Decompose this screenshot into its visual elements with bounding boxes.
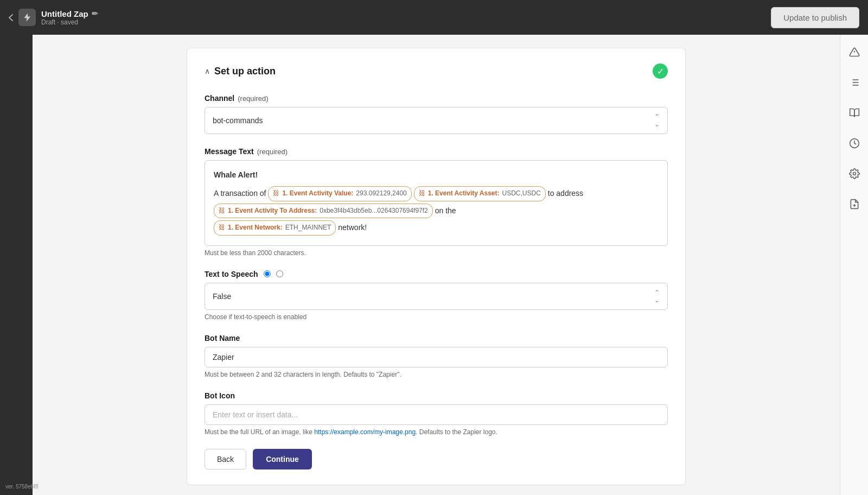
- list-icon[interactable]: [846, 74, 863, 91]
- bot-icon-label: Bot Icon: [205, 391, 668, 400]
- message-line-1: A transaction of ⛓ 1. Event Activity Val…: [214, 186, 659, 201]
- update-publish-button[interactable]: Update to publish: [771, 7, 859, 28]
- channel-label: Channel (required): [205, 94, 668, 103]
- text-to-speech-field-group: Text to Speech False ⌃⌄ Choose if text-t: [205, 270, 668, 321]
- bot-name-label: Bot Name: [205, 334, 668, 342]
- tts-hint: Choose if text-to-speech is enabled: [205, 313, 668, 321]
- warning-icon[interactable]: [846, 43, 863, 61]
- channel-select[interactable]: bot-commands ⌃⌄: [205, 107, 668, 134]
- back-button[interactable]: [9, 14, 13, 21]
- book-icon[interactable]: [846, 104, 863, 122]
- bot-name-field-group: Bot Name Must be between 2 and 32 charac…: [205, 334, 668, 378]
- message-line-3: ⛓ 1. Event Network: ETH_MAINNET network!: [214, 220, 659, 236]
- setup-action-card: ∧ Set up action ✓ Channel (required) bot…: [187, 48, 686, 485]
- zap-name-text: Untitled Zap: [41, 9, 88, 18]
- bottom-buttons: Back Continue: [205, 449, 668, 469]
- top-navigation: Untitled Zap ✏ Draft · saved Update to p…: [0, 0, 868, 35]
- center-content: ∧ Set up action ✓ Channel (required) bot…: [33, 35, 840, 495]
- edit-zap-name-icon[interactable]: ✏: [92, 9, 98, 18]
- settings-icon[interactable]: [846, 165, 863, 182]
- zap-icon: [18, 9, 36, 26]
- pill-network[interactable]: ⛓ 1. Event Network: ETH_MAINNET: [214, 220, 336, 236]
- back-button-bottom[interactable]: Back: [205, 449, 246, 469]
- tts-select-arrows: ⌃⌄: [654, 289, 660, 304]
- tts-radio-group: [264, 270, 283, 277]
- bot-icon-field-group: Bot Icon Must be the full URL of an imag…: [205, 391, 668, 436]
- right-sidebar: [840, 35, 868, 495]
- pill-activity-value[interactable]: ⛓ 1. Event Activity Value: 293.092129,24…: [268, 186, 411, 201]
- bot-name-hint: Must be between 2 and 32 characters in l…: [205, 371, 668, 378]
- bot-icon-input[interactable]: [205, 404, 668, 425]
- completion-check: ✓: [653, 64, 668, 79]
- bot-icon-hint-link[interactable]: https://example.com/my-image.png: [314, 428, 416, 436]
- continue-button[interactable]: Continue: [253, 449, 312, 469]
- section-title-row: ∧ Set up action: [205, 66, 276, 77]
- tts-radio-yes[interactable]: [264, 270, 271, 277]
- pill-activity-asset[interactable]: ⛓ 1. Event Activity Asset: USDC,USDC: [414, 186, 546, 201]
- message-text-field-group: Message Text (required) Whale Alert! A t…: [205, 147, 668, 257]
- pill-to-address[interactable]: ⛓ 1. Event Activity To Address: 0xbe3f4b…: [214, 204, 433, 219]
- message-text-box[interactable]: Whale Alert! A transaction of ⛓ 1. Event…: [205, 160, 668, 246]
- zap-title: Untitled Zap ✏ Draft · saved: [41, 9, 98, 26]
- left-sidebar: [0, 35, 33, 495]
- main-area: ∧ Set up action ✓ Channel (required) bot…: [0, 35, 868, 495]
- tts-radio-no[interactable]: [276, 270, 283, 277]
- nav-left: Untitled Zap ✏ Draft · saved: [9, 9, 98, 26]
- channel-field-group: Channel (required) bot-commands ⌃⌄: [205, 94, 668, 134]
- version-tag: ver. 5758e6f8: [5, 484, 39, 490]
- bot-icon-hint: Must be the full URL of an image, like h…: [205, 428, 668, 436]
- message-text-label: Message Text (required): [205, 147, 668, 156]
- svg-point-9: [853, 173, 856, 175]
- collapse-icon[interactable]: ∧: [205, 67, 210, 75]
- message-line-2: ⛓ 1. Event Activity To Address: 0xbe3f4b…: [214, 204, 659, 219]
- tts-select[interactable]: False ⌃⌄: [205, 283, 668, 310]
- message-whale-alert: Whale Alert!: [214, 168, 659, 182]
- message-text-hint: Must be less than 2000 characters.: [205, 249, 668, 257]
- section-header: ∧ Set up action ✓: [205, 64, 668, 79]
- zap-name-row: Untitled Zap ✏: [41, 9, 98, 18]
- zap-status: Draft · saved: [41, 18, 98, 26]
- zap-file-icon[interactable]: [846, 195, 863, 213]
- clock-icon[interactable]: [846, 135, 863, 152]
- channel-select-arrows: ⌃⌄: [654, 113, 660, 128]
- tts-label-row: Text to Speech: [205, 270, 668, 278]
- bot-name-input[interactable]: [205, 347, 668, 367]
- section-title: Set up action: [214, 66, 276, 77]
